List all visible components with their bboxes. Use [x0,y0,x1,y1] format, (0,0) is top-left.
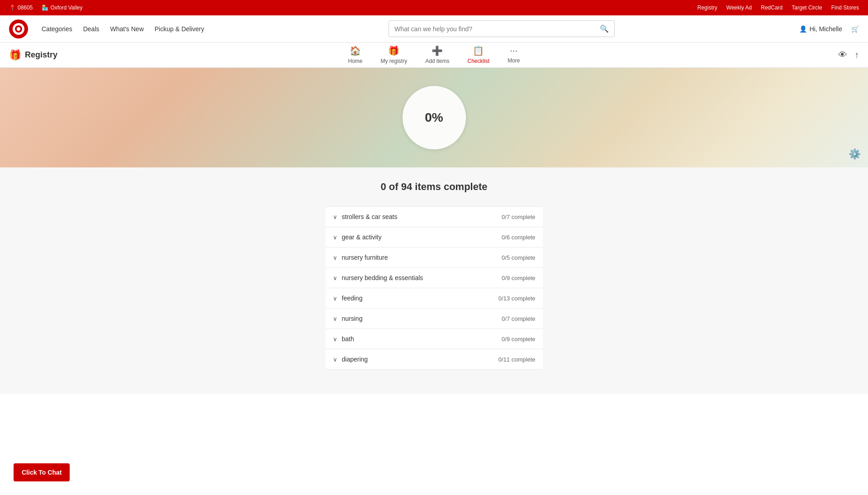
nav-right: 👤 Hi, Michelle 🛒 [799,25,859,33]
search-icon[interactable]: 🔍 [600,24,609,33]
list-item[interactable]: ∨ gear & activity 0/6 complete [326,227,543,248]
nav-left: Categories Deals What's New Pickup & Del… [9,19,204,38]
list-item[interactable]: ∨ feeding 0/13 complete [326,288,543,309]
checklist-item-left: ∨ nursing [333,315,363,322]
whats-new-link[interactable]: What's New [110,25,144,33]
main-nav: Categories Deals What's New Pickup & Del… [0,15,868,43]
categories-link[interactable]: Categories [42,25,72,33]
search-bar[interactable]: 🔍 [389,20,615,37]
tab-home[interactable]: 🏠 Home [341,42,370,69]
gift-tab-icon: 🎁 [388,45,399,56]
chevron-down-icon: ∨ [333,234,337,241]
chevron-down-icon: ∨ [333,356,337,363]
target-circle-link[interactable]: Target Circle [792,5,822,11]
utility-bar-left: 📍 08605 🏪 Oxford Valley [9,5,83,11]
cart[interactable]: 🛒 [851,25,859,33]
store-icon: 🏪 [42,5,48,11]
weekly-ad-link[interactable]: Weekly Ad [726,5,752,11]
utility-bar: 📍 08605 🏪 Oxford Valley Registry Weekly … [0,0,868,15]
list-item[interactable]: ∨ nursing 0/7 complete [326,309,543,329]
chevron-down-icon: ∨ [333,214,337,220]
home-tab-icon: 🏠 [350,45,361,56]
main-content: 0 of 94 items complete ∨ strollers & car… [0,167,868,394]
registry-nav-right: 👁 ↑ [838,50,859,60]
hero-banner: 0% ⚙️ [0,68,868,167]
store-indicator[interactable]: 🏪 Oxford Valley [42,5,82,11]
registry-brand-label: Registry [25,50,57,60]
chevron-down-icon: ∨ [333,254,337,261]
checklist-item-left: ∨ strollers & car seats [333,213,398,220]
preview-button[interactable]: 👁 [838,50,847,60]
list-item[interactable]: ∨ bath 0/9 complete [326,329,543,349]
user-icon: 👤 [799,25,807,33]
checklist-item-left: ∨ diapering [333,356,368,363]
user-account[interactable]: 👤 Hi, Michelle [799,25,842,33]
progress-percent: 0% [425,110,443,125]
registry-link[interactable]: Registry [697,5,717,11]
add-tab-icon: ➕ [432,45,443,56]
checklist-item-left: ∨ feeding [333,295,363,302]
items-summary: 0 of 94 items complete [9,181,859,193]
find-stores-link[interactable]: Find Stores [831,5,859,11]
registry-brand: 🎁 Registry [9,49,57,61]
progress-circle: 0% [403,86,466,149]
tab-add-items[interactable]: ➕ Add items [418,42,456,69]
utility-bar-right: Registry Weekly Ad RedCard Target Circle… [697,5,859,11]
checklist-item-left: ∨ gear & activity [333,233,382,241]
chevron-down-icon: ∨ [333,295,337,302]
nav-links: Categories Deals What's New Pickup & Del… [42,25,204,33]
chevron-down-icon: ∨ [333,315,337,322]
tab-my-registry[interactable]: 🎁 My registry [373,42,414,69]
list-item[interactable]: ∨ diapering 0/11 complete [326,349,543,370]
registry-gift-icon: 🎁 [9,49,21,61]
banner-settings[interactable]: ⚙️ [849,148,861,160]
target-logo-icon [13,23,24,35]
checklist-item-left: ∨ bath [333,335,354,343]
list-item[interactable]: ∨ nursery bedding & essentials 0/9 compl… [326,268,543,288]
list-item[interactable]: ∨ strollers & car seats 0/7 complete [326,206,543,227]
list-item[interactable]: ∨ nursery furniture 0/5 complete [326,248,543,268]
redcard-link[interactable]: RedCard [761,5,783,11]
more-tab-icon: ··· [510,45,518,56]
cart-icon: 🛒 [851,25,859,33]
target-logo[interactable] [9,19,28,38]
chevron-down-icon: ∨ [333,275,337,281]
chevron-down-icon: ∨ [333,336,337,343]
location-pin-icon: 📍 [9,5,16,11]
location-indicator[interactable]: 📍 08605 [9,5,33,11]
checklist-container: ∨ strollers & car seats 0/7 complete ∨ g… [326,206,543,370]
tab-more[interactable]: ··· More [500,42,527,68]
tab-checklist[interactable]: 📋 Checklist [460,42,497,69]
pickup-delivery-link[interactable]: Pickup & Delivery [155,25,204,33]
checklist-item-left: ∨ nursery bedding & essentials [333,274,423,281]
search-input[interactable] [394,25,596,33]
registry-nav: 🎁 Registry 🏠 Home 🎁 My registry ➕ Add it… [0,43,868,68]
checklist-tab-icon: 📋 [473,45,484,56]
deals-link[interactable]: Deals [83,25,100,33]
checklist-item-left: ∨ nursery furniture [333,254,388,261]
registry-tabs: 🏠 Home 🎁 My registry ➕ Add items 📋 Check… [341,42,527,69]
share-button[interactable]: ↑ [854,50,859,60]
